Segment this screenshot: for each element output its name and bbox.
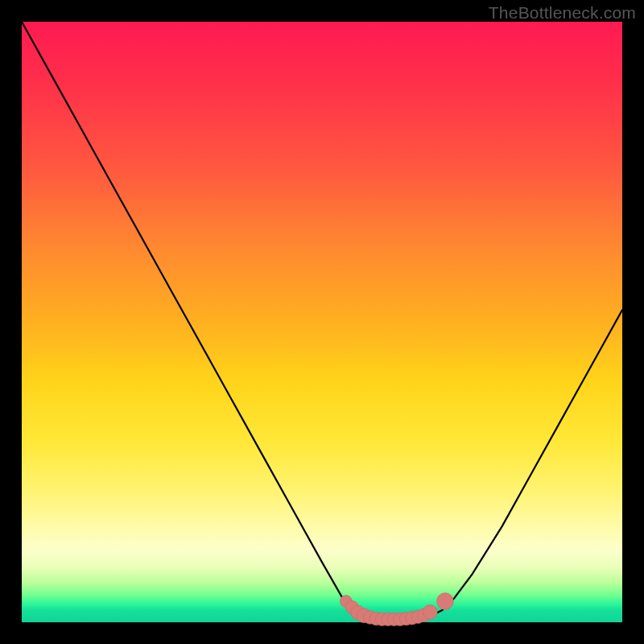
curve-marker [423,605,437,619]
chart-frame: TheBottleneck.com [0,0,644,644]
watermark-text: TheBottleneck.com [489,3,636,23]
bottleneck-curve [22,22,622,621]
curve-marker [436,592,453,609]
curve-markers [340,592,453,625]
curve-overlay [22,22,622,622]
